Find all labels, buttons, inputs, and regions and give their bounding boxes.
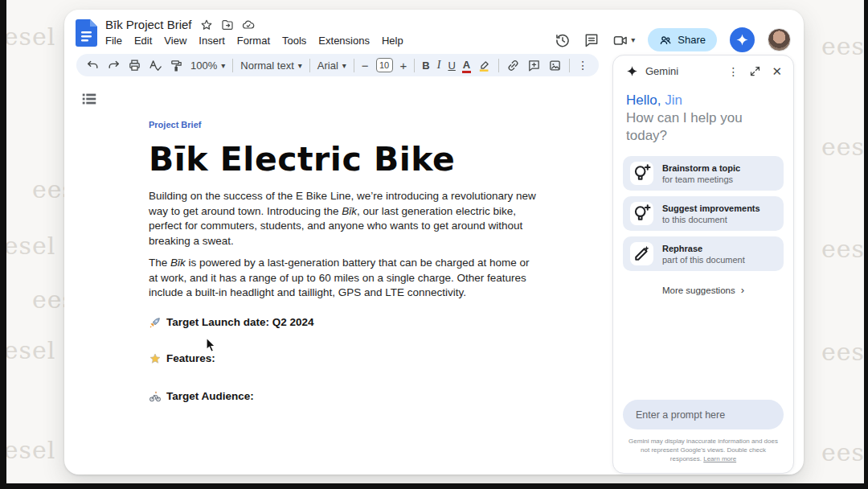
document-canvas[interactable]: Project Brief Bīk Electric Bike Building… xyxy=(149,120,536,403)
learn-more-link[interactable]: Learn more xyxy=(703,455,736,462)
doc-heading: Bīk Electric Bike xyxy=(149,142,536,177)
share-button[interactable]: Share xyxy=(648,28,717,51)
formatting-toolbar: 100%▾ Normal text▾ Arial▾ − 10 + B I U A xyxy=(76,54,599,76)
gemini-spark-button[interactable] xyxy=(730,27,755,52)
toolbar-divider xyxy=(414,59,415,72)
toolbar-divider xyxy=(498,59,499,72)
version-history-icon[interactable] xyxy=(555,32,571,48)
more-options-icon[interactable]: ⋮ xyxy=(577,59,588,72)
watermark: eesel xyxy=(821,438,868,466)
card-brainstorm[interactable]: Brainstorm a topic for team meetings xyxy=(623,156,784,191)
bold-button[interactable]: B xyxy=(422,60,429,72)
close-panel-icon[interactable]: ✕ xyxy=(772,66,782,77)
watermark: eesel xyxy=(0,436,55,464)
document-outline-icon[interactable] xyxy=(80,90,98,108)
toolbar-divider xyxy=(232,59,233,72)
gemini-panel-title: Gemini xyxy=(645,65,727,77)
add-comment-icon[interactable] xyxy=(527,59,541,72)
toolbar-divider xyxy=(309,59,310,72)
mouse-cursor xyxy=(206,337,217,353)
spellcheck-icon[interactable] xyxy=(149,59,162,72)
paint-format-icon[interactable] xyxy=(170,59,183,72)
watermark: eesel xyxy=(821,32,868,60)
document-title[interactable]: Bīk Project Brief xyxy=(105,18,192,31)
doc-line-audience: Target Audience: xyxy=(149,390,536,403)
watermark: eesel xyxy=(821,338,868,366)
chevron-right-icon: › xyxy=(741,284,744,296)
doc-paragraph-2: The Bīk is powered by a last-generation … xyxy=(149,256,536,301)
italic-button[interactable]: I xyxy=(437,59,441,72)
cyclist-icon xyxy=(149,390,162,403)
header: Bīk Project Brief File Edit View Insert … xyxy=(76,18,403,47)
account-avatar[interactable] xyxy=(768,28,791,51)
share-label: Share xyxy=(678,34,706,46)
toolbar-divider xyxy=(354,59,354,72)
panel-more-options-icon[interactable]: ⋮ xyxy=(727,66,739,77)
watermark: eesel xyxy=(821,133,868,161)
menu-edit[interactable]: Edit xyxy=(134,35,152,47)
gemini-spark-icon xyxy=(735,33,749,47)
paragraph-style-select[interactable]: Normal text▾ xyxy=(240,60,302,72)
prompt-input[interactable] xyxy=(623,400,784,429)
menu-help[interactable]: Help xyxy=(382,35,403,47)
lightbulb-spark-icon xyxy=(630,202,653,225)
menu-file[interactable]: File xyxy=(105,35,122,47)
watermark: eesel xyxy=(0,232,55,260)
people-icon xyxy=(659,34,672,47)
screen-edge-right xyxy=(864,0,868,489)
comments-icon[interactable] xyxy=(583,32,600,48)
more-suggestions-link[interactable]: More suggestions› xyxy=(613,284,793,296)
font-size-input[interactable]: 10 xyxy=(376,58,393,72)
app-window: Bīk Project Brief File Edit View Insert … xyxy=(64,10,804,475)
doc-section-label: Project Brief xyxy=(149,120,536,129)
insert-image-icon[interactable] xyxy=(548,59,562,72)
screen-edge-bottom xyxy=(0,483,868,489)
highlight-color-icon[interactable] xyxy=(477,59,491,72)
doc-paragraph-1: Building on the success of the E Bike Li… xyxy=(149,189,536,249)
watermark: eesel xyxy=(0,336,55,364)
menu-extensions[interactable]: Extensions xyxy=(318,35,370,47)
header-actions: ▾ Share xyxy=(555,27,791,52)
text-color-button[interactable]: A xyxy=(463,60,470,70)
video-camera-icon xyxy=(612,32,628,48)
cloud-saved-icon[interactable] xyxy=(242,18,255,31)
suggestion-cards: Brainstorm a topic for team meetings Sug… xyxy=(613,156,793,271)
card-suggest-improvements[interactable]: Suggest improvements to this document xyxy=(623,196,784,231)
video-call-button[interactable]: ▾ xyxy=(612,32,635,48)
move-folder-icon[interactable] xyxy=(221,18,234,31)
card-rephrase[interactable]: Rephrase part of this document xyxy=(623,236,784,271)
star-emoji-icon xyxy=(149,352,162,365)
menu-bar: File Edit View Insert Format Tools Exten… xyxy=(105,35,403,47)
font-select[interactable]: Arial▾ xyxy=(317,60,346,72)
pencil-spark-icon xyxy=(630,242,653,265)
print-icon[interactable] xyxy=(128,59,141,72)
underline-button[interactable]: U xyxy=(448,60,455,72)
screen-edge-left xyxy=(0,0,6,489)
google-docs-icon[interactable] xyxy=(76,19,97,47)
insert-link-icon[interactable] xyxy=(506,59,520,72)
menu-insert[interactable]: Insert xyxy=(199,35,225,47)
increase-font-size-button[interactable]: + xyxy=(400,59,407,72)
star-outline-icon[interactable] xyxy=(200,18,213,31)
rocket-icon xyxy=(149,316,162,329)
toolbar-divider xyxy=(569,59,570,72)
chevron-down-icon: ▾ xyxy=(221,61,225,70)
lightbulb-spark-icon xyxy=(630,162,653,185)
zoom-select[interactable]: 100%▾ xyxy=(190,60,225,72)
gemini-greeting-subtitle: How can I help you today? xyxy=(626,109,780,145)
redo-icon[interactable] xyxy=(107,59,121,72)
gemini-greeting: Hello, Jin How can I help you today? xyxy=(613,84,793,145)
menu-format[interactable]: Format xyxy=(237,35,270,47)
doc-line-launch: Target Launch date: Q2 2024 xyxy=(149,316,536,329)
menu-tools[interactable]: Tools xyxy=(282,35,306,47)
undo-icon[interactable] xyxy=(86,59,100,72)
decrease-font-size-button[interactable]: − xyxy=(362,59,369,72)
chevron-down-icon: ▾ xyxy=(342,61,346,70)
watermark: eesel xyxy=(821,235,868,263)
menu-view[interactable]: View xyxy=(164,35,186,47)
gemini-panel-header: Gemini ⋮ ✕ xyxy=(613,55,793,84)
expand-panel-icon[interactable] xyxy=(749,65,761,77)
gemini-panel: Gemini ⋮ ✕ Hello, Jin How can I help you… xyxy=(612,55,794,474)
chevron-down-icon: ▾ xyxy=(298,61,302,70)
gemini-spark-icon xyxy=(626,65,638,77)
